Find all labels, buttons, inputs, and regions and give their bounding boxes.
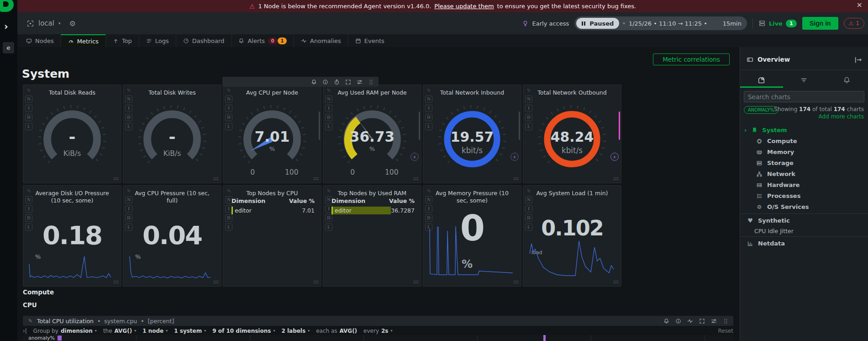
sidebar-item-system[interactable]: › System [740,125,868,135]
resize-handle[interactable] [213,280,218,284]
chevron-down-icon[interactable]: ▾ [623,21,625,26]
number-card-disk-io-pressure[interactable]: NIDL Average Disk I/O Pressure (10 sec, … [23,185,121,287]
time-window[interactable]: 15min [723,20,742,27]
tab-alerts[interactable]: Alerts 0 1 [231,34,294,47]
gauge-card-used-ram[interactable]: NIDL Avg Used RAM per Node 36.73 % 0 100… [323,85,421,183]
anomaly-rate-ribbon[interactable]: anomaly% [23,335,733,341]
gauge-card-net-inbound[interactable]: NIDL Total Network Inbound 19.57 kbit/s … [423,85,521,183]
anomaly-toggle-icon[interactable]: ∧ [410,153,419,161]
control-group-by[interactable]: Group bydimension▾ [33,328,97,334]
workspace-selector[interactable]: local [38,19,54,27]
anomaly-percent-badge[interactable]: ANOMALY% [744,106,779,114]
gauge-card-avg-cpu[interactable]: NIDL Avg CPU per Node 7.01 % 0 100 [223,85,321,183]
lightbulb-icon[interactable] [522,20,529,27]
tab-charts[interactable] [740,73,783,87]
resize-handle[interactable] [513,280,518,284]
info-icon[interactable] [675,318,681,324]
sign-in-button[interactable]: Sign in [802,17,838,30]
bell-icon[interactable] [311,79,317,85]
number-card-cpu-pressure[interactable]: NIDL Avg CPU Pressure (10 sec, full) 0.0… [123,185,221,287]
time-range[interactable]: 1/25/26 • 11:10 → 11:25 • [629,20,707,27]
gauge-card-disk-writes[interactable]: NIDL Total Disk Writes - KiB/s [123,85,221,183]
expand-rail-icon[interactable]: › [4,21,8,32]
sidebar-item-storage[interactable]: Storage [740,158,868,168]
search-charts-input[interactable] [744,91,864,102]
card-scrollbar[interactable] [419,112,420,140]
tab-dashboard[interactable]: Dashboard [176,34,231,47]
reset-button[interactable]: Reset [718,328,733,334]
tab-anomalies[interactable]: Anomalies [294,34,348,47]
anomaly-toggle-icon[interactable]: ∧ [510,153,519,161]
sidebar-item-synthetic[interactable]: ♥ Synthetic [740,215,868,226]
card-scrollbar[interactable] [519,112,520,140]
number-card-memory-pressure[interactable]: NIDL Avg Memory Pressure (10 sec, some) … [423,185,521,287]
settings-sliders-icon[interactable] [357,79,363,85]
paused-pill[interactable]: Paused [576,18,619,29]
resize-handle[interactable] [413,280,418,284]
tab-logs[interactable]: Logs [139,34,176,47]
gauge-card-disk-reads[interactable]: NIDL Total Disk Reads - KiB/s [23,85,121,183]
alert-indicator-pill[interactable]: ⚠ 1 [844,18,864,29]
please-update-link[interactable]: Please update them [434,3,494,10]
tab-nodes[interactable]: Nodes [19,34,61,47]
anomaly-toggle-icon[interactable]: ∧ [610,153,619,161]
legend-collapse-icon[interactable]: ›| [23,328,27,334]
drag-handle-icon[interactable] [368,79,374,85]
metric-correlations-button[interactable]: Metric correlations [653,53,730,65]
collapse-sidebar-icon[interactable]: |→ [854,56,862,63]
tab-metrics[interactable]: Metrics [61,34,105,47]
resize-handle[interactable] [313,280,318,284]
gauge-card-net-outbound[interactable]: NIDL Total Network Outbound 48.24 kbit/s… [523,85,621,183]
chevron-down-icon[interactable]: ▾ [58,21,61,26]
control-every[interactable]: every2s▾ [363,328,392,334]
fullscreen-icon[interactable] [699,318,705,324]
nodes-stack-icon[interactable] [758,20,766,27]
resize-handle[interactable] [613,177,618,181]
sidebar-item-netdata[interactable]: Netdata [740,238,868,249]
sidebar-item-memory[interactable]: Memory [740,147,868,157]
close-banner-icon[interactable]: × [857,0,863,9]
control-labels[interactable]: 2 labels▾ [281,328,310,334]
info-icon[interactable] [322,79,328,85]
number-card-system-load[interactable]: NIDL Avg System Load (1 min) 0.102 load [523,185,621,287]
settings-sliders-icon[interactable] [711,318,717,324]
sidebar-item-hardware[interactable]: Hardware [740,180,868,190]
table-row[interactable]: editor 36.7287 [331,207,415,214]
anomaly-scrollbar[interactable] [619,112,620,140]
table-row[interactable]: editor 7.01 [231,207,315,214]
control-instances[interactable]: 1 system▾ [174,328,206,334]
sidebar-item-processes[interactable]: Processes [740,191,868,201]
chevron-right-icon[interactable]: › [744,127,747,133]
control-each-as[interactable]: each asAVG() [316,328,357,334]
resize-handle[interactable] [313,177,318,181]
workspace-avatar[interactable]: e [3,42,14,53]
card-scrollbar[interactable] [319,112,320,140]
add-more-charts-link[interactable]: Add more charts [819,113,864,120]
table-card-top-nodes-cpu[interactable]: NIDL Top Nodes by CPU DimensionValue % e… [223,185,321,287]
stopwatch-icon[interactable] [334,79,340,85]
resize-handle[interactable] [113,177,118,181]
control-nodes[interactable]: 1 node▾ [142,328,168,334]
table-card-top-nodes-ram[interactable]: NIDL Top Nodes by Used RAM DimensionValu… [323,185,421,287]
tab-events[interactable]: Events [348,34,391,47]
resize-handle[interactable] [213,177,218,181]
resize-handle[interactable] [113,280,118,284]
tab-filters[interactable] [783,73,825,87]
sidebar-item-cpu-idle-jitter[interactable]: CPU Idle Jitter [740,226,868,236]
resize-handle[interactable] [413,177,418,181]
netdata-logo[interactable] [0,0,14,12]
fullscreen-icon[interactable] [345,79,351,85]
tab-top[interactable]: Top [105,34,139,47]
resize-handle[interactable] [613,280,618,284]
control-dimensions[interactable]: 9 of 10 dimensions▾ [212,328,275,334]
sidebar-item-network[interactable]: Network [740,169,868,179]
sidebar-item-compute[interactable]: Compute [740,136,868,146]
sidebar-item-os-services[interactable]: ⚙ O/S Services [740,202,868,212]
resize-handle[interactable] [513,177,518,181]
bell-icon[interactable] [663,318,669,324]
drag-handle-icon[interactable] [723,318,729,324]
live-node-count-badge[interactable]: 1 [786,20,797,27]
control-aggregation[interactable]: theAVG()▾ [103,328,136,334]
tab-alerts-sidebar[interactable] [826,73,868,87]
gear-icon[interactable]: ⚙ [69,19,75,28]
